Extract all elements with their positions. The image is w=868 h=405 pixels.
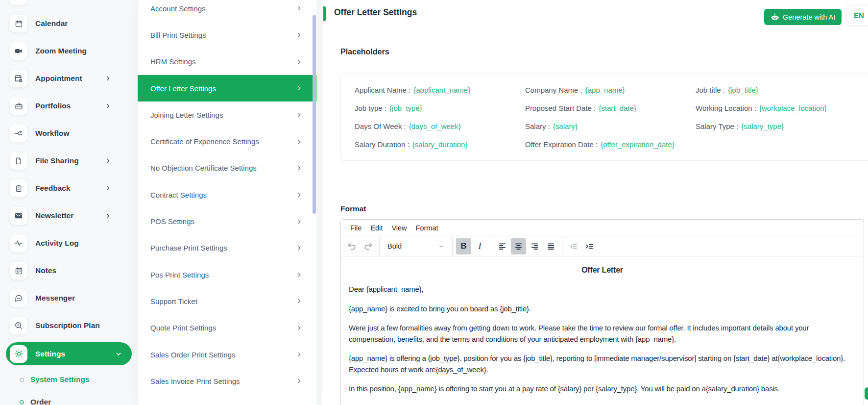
placeholder-job-type: Job type :{job_type}	[355, 102, 525, 114]
activity-icon	[10, 234, 27, 252]
placeholder-offer-expiration-date: Offer Expiration Date :{offer_expiration…	[525, 139, 696, 150]
sidebar-item-feedback[interactable]: Feedback	[0, 175, 138, 202]
editor-content-area[interactable]: Offer Letter Dear {applicant_name}, {app…	[341, 256, 864, 405]
sidebar-item-settings[interactable]: Settings	[6, 342, 132, 365]
chevron-right-icon	[296, 59, 302, 65]
menu-item-hrm-settings[interactable]: HRM Settings	[138, 49, 316, 75]
appointment-calendar-icon	[10, 70, 27, 87]
menu-item-label: POS Settings	[150, 217, 194, 226]
menu-item-label: HRM Settings	[150, 57, 196, 66]
gear-icon	[10, 345, 27, 363]
outdent-button[interactable]	[566, 238, 581, 254]
menu-item-label: Quote Print Settings	[150, 324, 216, 332]
chevron-right-icon	[105, 185, 111, 192]
text-style-dropdown[interactable]: Bold	[383, 238, 449, 254]
sidebar-item-label: Notes	[35, 266, 56, 275]
menu-item-joining-letter-settings[interactable]: Joining Letter Settings	[138, 101, 316, 128]
language-dropdown[interactable]: EN	[846, 5, 868, 25]
sidebar-item-label: Zoom Meeting	[35, 47, 87, 55]
editor-menu-file[interactable]: File	[346, 222, 366, 234]
align-right-button[interactable]	[527, 238, 542, 254]
sidebar-item-subscription-plan[interactable]: $ Subscription Plan	[0, 312, 138, 339]
placeholders-box: Applicant Name :{applicant_name} Company…	[340, 74, 868, 161]
sidebar-item-label: Subscription Plan	[35, 321, 100, 330]
style-group: Bold	[379, 236, 452, 256]
editor-menubar: File Edit View Format	[341, 220, 864, 236]
sidebar-subitem-order[interactable]: Order	[0, 396, 138, 405]
sidebar-item-zoom-meeting[interactable]: Zoom Meeting	[0, 37, 138, 65]
sidebar-item-calendar[interactable]: Calendar	[0, 10, 138, 37]
menu-item-quote-print-settings[interactable]: Quote Print Settings	[138, 315, 316, 341]
header-divider	[322, 37, 868, 37]
indent-group	[562, 236, 601, 256]
sidebar-item-messenger[interactable]: Messenger	[0, 284, 138, 312]
chevron-right-icon	[296, 378, 302, 384]
align-right-icon	[530, 242, 539, 251]
editor-toolbar: Bold B I	[341, 236, 864, 256]
calendar-icon	[10, 15, 27, 32]
justify-icon	[546, 242, 555, 251]
sidebar-item-workflow[interactable]: Workflow	[0, 120, 138, 147]
italic-button[interactable]: I	[472, 238, 487, 254]
undo-button[interactable]	[344, 238, 360, 254]
menu-item-account-settings[interactable]: Account Settings	[138, 0, 316, 22]
sidebar-item-label: Messenger	[35, 294, 75, 303]
page-title: Offer Letter Settings	[334, 7, 417, 18]
letter-paragraph: In this position, {app_name} is offering…	[349, 383, 856, 395]
edge-floating-button[interactable]	[865, 387, 868, 400]
sidebar-item-appointment[interactable]: Appointment	[0, 65, 138, 92]
placeholders-heading: Placeholders	[340, 48, 389, 56]
inline-format-group: B I	[452, 236, 491, 256]
clipboard-icon	[10, 179, 27, 197]
chevron-right-icon	[296, 112, 302, 118]
placeholder-salary-type: Salary Type :{salary_type}	[696, 121, 868, 132]
menu-item-sales-invoice-print-settings[interactable]: Sales Invoice Print Settings	[138, 368, 316, 394]
menu-item-label: Certificate of Experience Settings	[150, 137, 259, 146]
sidebar-item-newsletter[interactable]: Newsletter	[0, 202, 138, 229]
main-content: Offer Letter Settings Generate with AI E…	[322, 0, 868, 405]
sidebar-item-activity-log[interactable]: Activity Log	[0, 229, 138, 257]
sidebar-item-label: Newsletter	[35, 211, 73, 220]
bold-button[interactable]: B	[456, 238, 471, 254]
sidebar-item-portfolios[interactable]: Portfolios	[0, 92, 138, 120]
placeholder-company-name: Company Name :{app_name}	[525, 84, 696, 96]
sidebar-item-file-sharing[interactable]: File Sharing	[0, 147, 138, 175]
menu-item-pos-print-settings[interactable]: Pos Print Settings	[138, 261, 316, 288]
placeholder-days-of-week: Days Of Week :{days_of_week}	[355, 121, 525, 132]
editor-menu-format[interactable]: Format	[411, 222, 443, 234]
align-center-button[interactable]	[511, 238, 526, 254]
align-left-button[interactable]	[495, 238, 510, 254]
menu-item-bill-print-settings[interactable]: Bill Print Settings	[138, 22, 316, 48]
editor-menu-view[interactable]: View	[387, 222, 411, 234]
chevron-right-icon	[296, 298, 302, 304]
sidebar-item-label: File Sharing	[35, 156, 79, 165]
redo-icon	[363, 241, 373, 252]
menu-item-purchase-print-settings[interactable]: Purchase Print Settings	[138, 235, 316, 261]
menu-item-contract-settings[interactable]: Contract Settings	[138, 181, 316, 208]
chevron-down-icon	[115, 351, 122, 357]
bullet-ring-icon	[20, 378, 24, 382]
editor-menu-edit[interactable]: Edit	[366, 222, 387, 234]
menu-item-support-ticket[interactable]: Support Ticket	[138, 288, 316, 314]
letter-paragraph: As part of your compensation, were also …	[349, 403, 856, 405]
sidebar-subitem-system-settings[interactable]: System Settings	[0, 373, 138, 386]
submenu-scrollbar[interactable]	[313, 15, 316, 214]
subitem-label: System Settings	[30, 375, 90, 384]
menu-item-certificate-of-experience-settings[interactable]: Certificate of Experience Settings	[138, 128, 316, 154]
redo-button[interactable]	[361, 238, 376, 254]
chevron-right-icon	[105, 76, 111, 82]
menu-item-sales-order-print-settings[interactable]: Sales Order Print Settings	[138, 341, 316, 368]
justify-button[interactable]	[543, 238, 558, 254]
chevron-right-icon	[296, 219, 302, 225]
chevron-right-icon	[296, 85, 302, 91]
generate-with-ai-button[interactable]: Generate with AI	[764, 9, 842, 25]
placeholder-job-title: Job title :{job_title}	[696, 84, 868, 96]
chevron-right-icon	[296, 5, 302, 11]
title-accent-bar	[323, 6, 326, 21]
menu-item-offer-letter-settings[interactable]: Offer Letter Settings	[138, 75, 316, 101]
alignment-group	[491, 236, 562, 256]
indent-button[interactable]	[582, 238, 597, 254]
menu-item-no-objection-certificate-settings[interactable]: No Objection Certificate Settings	[138, 155, 316, 181]
menu-item-pos-settings[interactable]: POS Settings	[138, 208, 316, 234]
sidebar-item-notes[interactable]: Notes	[0, 257, 138, 284]
